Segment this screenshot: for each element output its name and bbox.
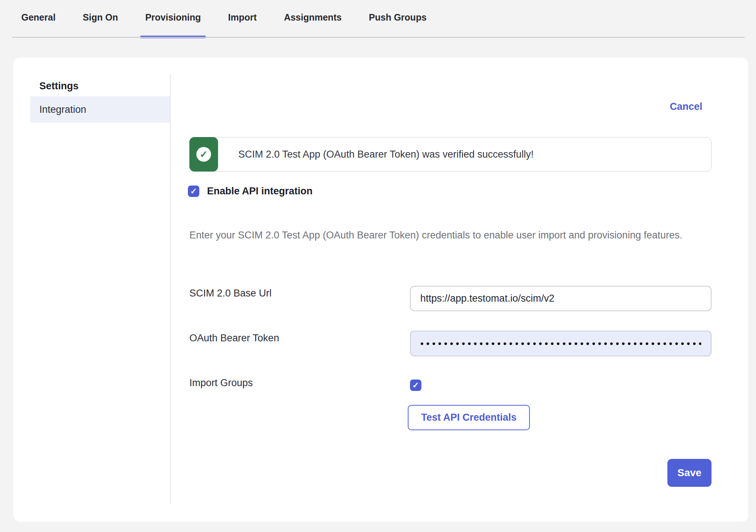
scim-base-url-input[interactable] — [410, 286, 712, 311]
oauth-token-input[interactable] — [410, 331, 712, 356]
scim-base-url-label: SCIM 2.0 Base Url — [189, 288, 272, 299]
check-circle-icon — [196, 147, 211, 162]
enable-api-checkbox[interactable] — [188, 186, 199, 197]
import-groups-checkbox[interactable] — [410, 380, 421, 391]
credentials-description: Enter your SCIM 2.0 Test App (OAuth Bear… — [189, 227, 704, 244]
sidebar-item-integration[interactable]: Integration — [30, 96, 170, 123]
provisioning-settings-card: Settings Integration Cancel SCIM 2.0 Tes… — [13, 58, 748, 522]
import-groups-label: Import Groups — [189, 377, 253, 389]
enable-api-label: Enable API integration — [207, 186, 313, 197]
success-banner: SCIM 2.0 Test App (OAuth Bearer Token) w… — [189, 137, 712, 172]
save-button[interactable]: Save — [667, 459, 712, 487]
enable-api-row: Enable API integration — [188, 186, 313, 197]
tab-general[interactable]: General — [21, 12, 56, 38]
integration-form: Cancel SCIM 2.0 Test App (OAuth Bearer T… — [189, 58, 712, 522]
sidebar-heading-settings: Settings — [39, 80, 79, 92]
test-api-credentials-button[interactable]: Test API Credentials — [408, 405, 530, 430]
success-banner-accent — [189, 137, 218, 172]
cancel-button[interactable]: Cancel — [670, 101, 702, 112]
oauth-token-label: OAuth Bearer Token — [189, 332, 279, 344]
sidebar-item-label: Integration — [39, 104, 86, 115]
tab-import[interactable]: Import — [228, 12, 257, 38]
tab-provisioning[interactable]: Provisioning — [145, 12, 201, 38]
sidebar-divider — [170, 74, 171, 504]
tab-sign-on[interactable]: Sign On — [83, 12, 118, 38]
app-tab-bar: General Sign On Provisioning Import Assi… — [0, 0, 756, 38]
tab-assignments[interactable]: Assignments — [284, 12, 342, 38]
tab-bar-divider — [12, 37, 745, 38]
tab-push-groups[interactable]: Push Groups — [369, 12, 427, 38]
success-banner-message: SCIM 2.0 Test App (OAuth Bearer Token) w… — [218, 137, 534, 171]
